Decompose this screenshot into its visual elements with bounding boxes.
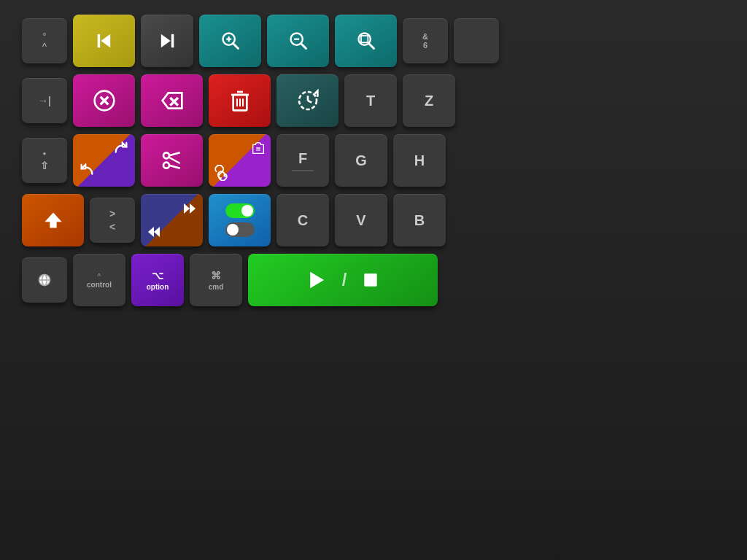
- less-than: <: [109, 221, 115, 233]
- key-C[interactable]: C: [276, 194, 329, 246]
- row-1: ° ^: [22, 15, 725, 67]
- up-arrow-icon: ⇧: [40, 160, 49, 171]
- key-G[interactable]: G: [335, 134, 387, 187]
- row-2: →|: [22, 74, 725, 127]
- key-tab[interactable]: →|: [22, 78, 67, 123]
- svg-line-33: [169, 158, 180, 163]
- separator: /: [342, 270, 347, 290]
- key-H[interactable]: H: [393, 134, 446, 187]
- key-play-stop[interactable]: /: [248, 254, 438, 306]
- key-scissors[interactable]: [141, 134, 203, 187]
- zoom-out-icon: [288, 31, 309, 51]
- svg-line-10: [301, 44, 306, 49]
- greater-than: >: [109, 208, 115, 219]
- B-label: B: [414, 212, 425, 229]
- key-redo-undo[interactable]: [73, 134, 135, 187]
- key-zoom-out[interactable]: [267, 15, 329, 67]
- zoom-fit-icon: [356, 31, 376, 51]
- scissors-icon: [160, 149, 184, 172]
- key-globe[interactable]: [22, 257, 67, 303]
- C-label: C: [298, 212, 308, 229]
- svg-marker-37: [44, 213, 61, 228]
- key-delete[interactable]: [209, 74, 271, 127]
- key-toggles[interactable]: [209, 194, 271, 246]
- key-close-right[interactable]: [141, 74, 203, 127]
- toggle-group: [225, 203, 255, 237]
- svg-point-30: [163, 163, 169, 168]
- link-icon: [213, 165, 229, 181]
- control-text: control: [87, 281, 112, 289]
- control-label: ^: [97, 272, 101, 279]
- option-symbol: ⌥: [152, 270, 163, 281]
- key-dark-1[interactable]: [454, 18, 499, 63]
- svg-line-28: [308, 101, 311, 103]
- key-cmd[interactable]: ⌘ cmd: [190, 254, 242, 306]
- key-control[interactable]: ^ control: [73, 254, 125, 306]
- zoom-in-icon: [220, 31, 241, 51]
- x-circle-icon: [93, 89, 116, 112]
- toggle-thumb-off: [227, 224, 239, 236]
- rewind-icon: [145, 223, 163, 241]
- svg-marker-39: [190, 203, 196, 214]
- redo-icon: [113, 141, 129, 158]
- globe-icon: [37, 273, 52, 287]
- skip-back-icon: [94, 31, 115, 51]
- dot-icon: ●: [43, 150, 47, 157]
- key-nav[interactable]: ° ^: [22, 18, 67, 63]
- svg-rect-2: [171, 34, 174, 48]
- key-angle-brackets[interactable]: > <: [90, 198, 135, 243]
- clock-refresh-icon: [296, 89, 320, 112]
- Z-label: Z: [425, 93, 433, 109]
- key-V[interactable]: V: [335, 194, 387, 246]
- svg-rect-12: [361, 36, 368, 42]
- key-skip-forward[interactable]: [141, 15, 193, 67]
- option-label: option: [147, 283, 169, 291]
- svg-line-13: [368, 44, 374, 49]
- key-caps[interactable]: ● ⇧: [22, 138, 67, 183]
- paste-icon: [250, 140, 266, 156]
- key-zoom-in[interactable]: [199, 15, 261, 67]
- row-3: ● ⇧: [22, 134, 725, 187]
- row-4: > < C: [22, 194, 725, 246]
- tab-icon: →|: [38, 95, 51, 106]
- play-icon: [306, 269, 328, 291]
- shift-icon: [43, 210, 63, 230]
- T-label: T: [366, 93, 375, 109]
- degree-symbol: °: [43, 31, 46, 40]
- svg-marker-40: [154, 227, 160, 237]
- svg-line-7: [233, 44, 238, 49]
- key-skip-back[interactable]: [73, 15, 135, 67]
- svg-marker-3: [161, 34, 171, 48]
- cmd-label: cmd: [209, 283, 224, 291]
- key-ff-rew[interactable]: [141, 194, 203, 246]
- key-history[interactable]: [276, 74, 338, 127]
- svg-marker-38: [184, 203, 190, 214]
- fast-forward-icon: [181, 200, 198, 217]
- stop-icon: [361, 271, 380, 289]
- key-ampersand[interactable]: & 6: [403, 18, 448, 63]
- key-T[interactable]: T: [344, 74, 397, 127]
- key-zoom-fit[interactable]: [335, 15, 397, 67]
- key-B[interactable]: B: [393, 194, 446, 246]
- key-F[interactable]: F: [276, 134, 329, 187]
- svg-point-29: [163, 152, 169, 158]
- svg-rect-46: [365, 273, 377, 286]
- x-arrow-icon: [160, 89, 184, 112]
- cmd-symbol: ⌘: [211, 270, 221, 281]
- trash-icon: [228, 89, 252, 112]
- undo-icon: [79, 163, 95, 179]
- key-option[interactable]: ⌥ option: [131, 254, 184, 306]
- V-label: V: [356, 212, 365, 229]
- svg-line-32: [169, 166, 180, 168]
- toggle-thumb-on: [241, 205, 253, 217]
- skip-forward-icon: [157, 31, 177, 51]
- svg-line-31: [169, 152, 180, 155]
- key-Z[interactable]: Z: [403, 74, 455, 127]
- svg-rect-0: [97, 34, 100, 48]
- key-paste-link[interactable]: [209, 134, 271, 187]
- key-shift[interactable]: [22, 194, 84, 246]
- F-label: F: [298, 150, 307, 167]
- key-close-left[interactable]: [73, 74, 135, 127]
- H-label: H: [414, 152, 425, 169]
- row-5: ^ control ⌥ option ⌘ cmd /: [22, 254, 725, 306]
